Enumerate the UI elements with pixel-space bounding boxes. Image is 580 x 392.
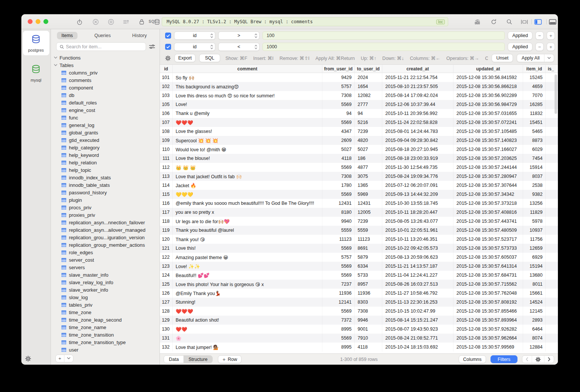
cell-created_at[interactable]: 2015-08-01 14:24:44.783 [382, 127, 453, 136]
cell-created_at[interactable]: 2015-12-06 10:37:39.44 [382, 100, 453, 109]
cell-from_user_id[interactable]: 5569 [322, 262, 355, 271]
cell-is[interactable] [546, 145, 558, 154]
eye-icon[interactable] [107, 18, 115, 25]
filter-checkbox[interactable] [165, 33, 171, 39]
cell-to_user_id[interactable]: 5027 [355, 145, 382, 154]
table-row[interactable]: 121Love this!556986912015-10-22 09:42:05… [160, 244, 558, 253]
unset-button[interactable]: Unset [492, 54, 513, 62]
cell-comment[interactable]: ❤️❤️ [173, 325, 322, 334]
cell-item_id[interactable]: 15914 [523, 163, 546, 172]
column-header-from_user_id[interactable]: from_user_id [322, 65, 355, 73]
cell-created_at[interactable]: 2015-11-13 22:30:16.253 [382, 298, 453, 307]
cell-is[interactable] [546, 298, 558, 307]
cell-id[interactable]: 111 [160, 154, 173, 163]
cell-from_user_id[interactable]: 5569 [322, 244, 355, 253]
cell-comment[interactable]: Beautiful action shot! [173, 316, 322, 325]
tab-items[interactable]: Items [57, 32, 78, 39]
cell-from_user_id[interactable]: 8180 [322, 208, 355, 217]
cell-is[interactable] [546, 343, 558, 352]
cell-is[interactable] [546, 208, 558, 217]
cell-to_user_id[interactable]: 5969 [355, 190, 382, 199]
tab-history[interactable]: History [128, 32, 151, 39]
cell-item_id[interactable]: 6464 [523, 325, 546, 334]
cell-to_user_id[interactable]: 12431 [355, 199, 382, 208]
cell-created_at[interactable]: 2015-08-10 21:23:57.505 [382, 82, 453, 91]
cell-item_id[interactable]: 11756 [523, 235, 546, 244]
cell-comment[interactable]: 🌸 [173, 334, 322, 343]
search-input[interactable]: Search for item... [56, 42, 146, 51]
apply-all-dropdown-chevron-icon[interactable] [544, 54, 554, 62]
sidebar-table-item[interactable]: server_cost [51, 256, 160, 264]
cell-from_user_id[interactable]: 9429 [322, 73, 355, 82]
prev-page-icon[interactable] [522, 356, 532, 363]
cell-from_user_id[interactable]: 5569 [322, 118, 355, 127]
cell-is[interactable] [546, 127, 558, 136]
page-settings-gear-icon[interactable] [532, 356, 544, 363]
cell-to_user_id[interactable]: 5559 [355, 226, 382, 235]
cell-comment[interactable]: Jacket 🔥 [173, 181, 322, 190]
add-row-button[interactable]: + Row [218, 355, 242, 363]
cell-id[interactable]: 109 [160, 136, 173, 145]
cell-id[interactable]: 130 [160, 325, 173, 334]
cell-comment[interactable]: you are so pretty x [173, 208, 322, 217]
cell-comment[interactable]: Love! ✨✨ [173, 262, 322, 271]
table-row[interactable]: 127Stunning!1214183032015-11-13 22:30:16… [160, 298, 558, 307]
cell-comment[interactable]: Thank you! 😘 [173, 235, 322, 244]
sidebar-table-item[interactable]: columns_priv [51, 69, 160, 76]
cell-to_user_id[interactable]: 5879 [355, 253, 382, 262]
sql-window-icon[interactable]: SQL [149, 19, 157, 24]
cell-created_at[interactable]: 2015-10-11 20:39:56.992 [382, 109, 453, 118]
cell-to_user_id[interactable]: 5216 [355, 118, 382, 127]
table-row[interactable]: 112👑 👑 👑556948772015-11-30 12:54:49.7352… [160, 163, 558, 172]
sidebar-table-item[interactable]: tables_priv [51, 301, 160, 309]
sidebar-table-item[interactable]: engine_cost [51, 106, 160, 114]
cell-updated_at[interactable]: 2015-12-08 15:30:57.926282 [453, 325, 523, 334]
table-row[interactable]: 110Would love to! @mith 😁502750272015-08… [160, 145, 558, 154]
cell-from_user_id[interactable]: 7308 [322, 172, 355, 181]
settings-gear-icon[interactable] [25, 356, 31, 362]
cell-comment[interactable]: Thank u @emily [173, 109, 322, 118]
tab-structure[interactable]: Structure [183, 356, 212, 363]
cell-updated_at[interactable]: 2015-12-08 15:30:57.373218 [453, 199, 523, 208]
cell-created_at[interactable]: 2015-08-24 19:09:34.776 [382, 172, 453, 181]
cell-is[interactable] [546, 217, 558, 226]
table-row[interactable]: 114Jacket 🔥178013652015-07-12 06:20:07.0… [160, 181, 558, 190]
cell-from_user_id[interactable]: 5559 [322, 226, 355, 235]
cell-from_user_id[interactable]: 5757 [322, 82, 355, 91]
table-row[interactable]: 123Love! ✨✨556963342015-11-21 14:13:57.1… [160, 262, 558, 271]
cell-created_at[interactable]: 2015-11-21 22:12:54.754 [382, 73, 453, 82]
cell-id[interactable]: 128 [160, 307, 173, 316]
add-filter-button[interactable]: + [547, 43, 555, 51]
cell-item_id[interactable]: 15661 [523, 289, 546, 298]
cell-comment[interactable]: Thank you beautiful @laurel [173, 226, 322, 235]
cell-is[interactable] [546, 253, 558, 262]
table-row[interactable]: 132Love that jumper! 💁🏽899541182015-10-2… [160, 343, 558, 352]
cell-id[interactable]: 124 [160, 271, 173, 280]
cell-id[interactable]: 131 [160, 334, 173, 343]
cell-updated_at[interactable]: 2015-12-08 15:30:57.443741 [453, 217, 523, 226]
cell-item_id[interactable]: 15194 [523, 262, 546, 271]
cell-from_user_id[interactable]: 8995 [322, 343, 355, 352]
cell-is[interactable] [546, 190, 558, 199]
table-row[interactable]: 120Thank you! 😘11123111232015-10-11 13:2… [160, 235, 558, 244]
remove-filter-button[interactable]: − [535, 31, 544, 40]
cell-item_id[interactable]: 9382 [523, 190, 546, 199]
table-row[interactable]: 117you are so pretty x8180120052015-10-1… [160, 208, 558, 217]
close-window-button[interactable] [28, 19, 33, 24]
cell-to_user_id[interactable]: 94 [355, 109, 382, 118]
cell-to_user_id[interactable]: 4820 [355, 136, 382, 145]
cell-created_at[interactable]: 2015-08-18 23:00:33.919 [382, 154, 453, 163]
cell-from_user_id[interactable]: 7237 [322, 280, 355, 289]
cell-id[interactable]: 103 [160, 91, 173, 100]
cell-from_user_id[interactable]: 1780 [322, 181, 355, 190]
cell-to_user_id[interactable]: 3075 [355, 172, 382, 181]
cell-item_id[interactable]: 16285 [523, 100, 546, 109]
sidebar-table-item[interactable]: servers [51, 264, 160, 271]
cell-from_user_id[interactable]: 7372 [322, 316, 355, 325]
sidebar-table-item[interactable]: help_keyword [51, 151, 160, 159]
table-row[interactable]: 107❤️❤️❤️556952162015-11-24 22:02:58.828… [160, 118, 558, 127]
cell-id[interactable]: 110 [160, 145, 173, 154]
cell-from_user_id[interactable]: 5569 [322, 271, 355, 280]
cell-comment[interactable]: ❤️❤️❤️ [173, 118, 322, 127]
sql-button[interactable]: SQL [199, 54, 220, 62]
